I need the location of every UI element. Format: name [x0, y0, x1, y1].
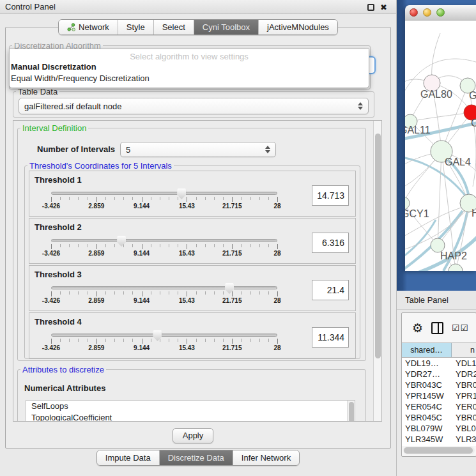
table-row[interactable]: YPR145W YPR1 — [402, 390, 476, 401]
network-window-titlebar — [405, 5, 476, 20]
apply-button[interactable]: Apply — [173, 428, 213, 443]
threshold-value-input[interactable]: 21.4 — [312, 280, 349, 300]
threshold-value-input[interactable]: 14.713 — [312, 185, 349, 206]
network-canvas[interactable]: GAL80GACGAL11GAL4GCY1HHAP2 — [405, 20, 476, 271]
close-icon[interactable]: ✖ — [380, 4, 387, 11]
table-row[interactable]: YBR043C YBR0 — [402, 380, 476, 390]
attributes-scrollbar[interactable] — [347, 401, 355, 422]
thresholds-group-label: Threshold's Coordinates for 5 Intervals — [27, 161, 174, 171]
tab-network[interactable]: Network — [59, 20, 118, 35]
threshold-panel: Threshold 2 -3.426 2.859 9.144 — [29, 218, 356, 264]
algorithm-option-equal-width[interactable]: Equal Width/Frequency Discretization — [10, 73, 369, 84]
tab-discretize-data[interactable]: Discretize Data — [159, 450, 233, 465]
slider-track[interactable] — [51, 334, 277, 337]
table-rows: YDL19… YDL1 YDR27… YDR2 YBR043C YBR0 YPR… — [402, 358, 476, 446]
network-node-label: H — [472, 208, 476, 219]
network-graph-svg: GAL80GACGAL11GAL4GCY1HHAP2 — [405, 20, 476, 271]
numerical-attributes-label: Numerical Attributes — [24, 383, 105, 393]
network-node-label: GAL80 — [420, 89, 452, 100]
tab-jactivemnodules[interactable]: jActiveMNodules — [258, 20, 337, 35]
network-node[interactable] — [449, 264, 463, 271]
minimize-traffic-light-icon[interactable] — [423, 8, 431, 17]
threshold-slider[interactable]: -3.426 2.859 9.144 15.43 21.715 28 — [38, 334, 307, 352]
network-desktop: GAL80GACGAL11GAL4GCY1HHAP2 — [397, 0, 476, 291]
close-traffic-light-icon[interactable] — [410, 8, 418, 17]
network-icon — [67, 23, 75, 31]
table-row[interactable]: YBL079W YBL0 — [402, 423, 476, 434]
network-node-label: GA — [469, 90, 476, 101]
algorithm-dropdown-popup: Select algorithm to view settings Manual… — [9, 49, 369, 88]
attribute-list-item[interactable]: SelfLoops — [26, 401, 355, 412]
network-node-label: GAL11 — [405, 125, 431, 135]
threshold-value-input[interactable]: 6.316 — [312, 233, 349, 253]
attribute-list-item[interactable]: TopologicalCoefficient — [26, 412, 355, 422]
interval-definition-group: Interval Definition Number of Intervals … — [17, 123, 366, 361]
settings-scrollbar[interactable] — [373, 121, 381, 421]
threshold-panel: Threshold 4 -3.426 2.859 9.144 — [29, 312, 356, 358]
combo-stepper-icon — [265, 146, 271, 153]
slider-track[interactable] — [51, 286, 277, 289]
table-data-group: Table Data galFiltered.sif default node — [13, 87, 374, 118]
table-row[interactable]: YBR045C YBR0 — [402, 412, 476, 423]
tab-infer-network[interactable]: Infer Network — [233, 450, 299, 465]
slider-ticks — [51, 291, 277, 296]
threshold-label: Threshold 2 — [35, 222, 82, 232]
cyni-mode-tabs: Impute Data Discretize Data Infer Networ… — [96, 450, 300, 466]
right-pane: GAL80GACGAL11GAL4GCY1HHAP2 Table Panel ⚙… — [396, 0, 476, 476]
gear-icon[interactable]: ⚙ — [412, 322, 423, 334]
table-panel-title: Table Panel — [405, 295, 449, 305]
panel-title: Control Panel — [5, 2, 56, 12]
checkbox-columns-icon[interactable]: ☑☑ — [452, 323, 469, 333]
slider-ticks — [51, 339, 277, 344]
column-layout-icon[interactable] — [431, 322, 443, 334]
threshold-panel: Threshold 1 -3.426 2.859 9.144 — [29, 171, 356, 217]
attributes-group: Attributes to discretize Numerical Attri… — [17, 365, 366, 422]
threshold-slider[interactable]: -3.426 2.859 9.144 15.43 21.715 28 — [38, 286, 307, 305]
tab-cyni-toolbox[interactable]: Cyni Toolbox — [194, 20, 258, 35]
table-data-label: Table Data — [16, 87, 59, 96]
network-node-label: HAP2 — [440, 250, 467, 261]
slider-track[interactable] — [51, 192, 277, 195]
table-row[interactable]: YIL052C YIL0 — [402, 445, 476, 446]
network-node[interactable] — [405, 197, 410, 210]
tab-select[interactable]: Select — [153, 20, 194, 35]
settings-scroll-area: Interval Definition Number of Intervals … — [13, 120, 382, 422]
control-panel-tabs: Network Style Select Cyni Toolbox jActiv… — [58, 19, 338, 35]
table-row[interactable]: YLR345W YLR3 — [402, 434, 476, 445]
float-window-icon[interactable] — [367, 4, 374, 11]
column-header-shared-name[interactable]: shared… — [402, 343, 452, 357]
slider-ticks — [51, 197, 277, 202]
table-horizontal-scrollbar[interactable] — [403, 447, 475, 454]
slider-tick-labels: -3.426 2.859 9.144 15.43 21.715 28 — [51, 297, 277, 305]
table-toolbar: ⚙ ☑☑ — [402, 313, 476, 342]
threshold-label: Threshold 1 — [35, 175, 82, 185]
thresholds-group: Threshold's Coordinates for 5 Intervals … — [24, 161, 360, 359]
threshold-value-input[interactable]: 11.344 — [312, 327, 349, 348]
table-row[interactable]: YDR27… YDR2 — [402, 369, 476, 380]
interval-definition-label: Interval Definition — [20, 123, 88, 133]
threshold-panel: Threshold 3 -3.426 2.859 9.144 — [29, 265, 356, 311]
network-view-window[interactable]: GAL80GACGAL11GAL4GCY1HHAP2 — [405, 5, 476, 271]
network-node-label: C — [471, 118, 476, 128]
slider-track[interactable] — [51, 239, 277, 242]
threshold-slider[interactable]: -3.426 2.859 9.144 15.43 21.715 28 — [38, 239, 307, 257]
table-row[interactable]: YDL19… YDL1 — [402, 358, 476, 369]
table-data-combobox[interactable]: galFiltered.sif default node — [19, 98, 369, 114]
threshold-slider[interactable]: -3.426 2.859 9.144 15.43 21.715 28 — [38, 192, 307, 210]
combo-stepper-icon — [358, 102, 364, 110]
slider-tick-labels: -3.426 2.859 9.144 15.43 21.715 28 — [51, 250, 277, 257]
table-panel: ⚙ ☑☑ shared… n YDL19… YDL1 YDR27… YDR2 — [401, 312, 476, 457]
zoom-traffic-light-icon[interactable] — [436, 8, 445, 17]
algorithm-option-manual[interactable]: Manual Discretization — [10, 61, 369, 73]
tab-impute-data[interactable]: Impute Data — [97, 450, 159, 465]
algorithm-hint: Select algorithm to view settings — [10, 49, 369, 61]
threshold-label: Threshold 3 — [35, 270, 82, 279]
number-of-intervals-combobox[interactable]: 5 — [120, 142, 276, 157]
number-of-intervals-label: Number of Intervals — [37, 144, 115, 154]
numerical-attributes-list: SelfLoops TopologicalCoefficient Between… — [26, 400, 355, 422]
column-header-name[interactable]: n — [452, 343, 476, 357]
tab-style[interactable]: Style — [118, 20, 153, 35]
table-row[interactable]: YER054C YER0 — [402, 401, 476, 412]
table-panel-titlebar: Table Panel — [397, 291, 476, 310]
threshold-label: Threshold 4 — [35, 317, 82, 326]
